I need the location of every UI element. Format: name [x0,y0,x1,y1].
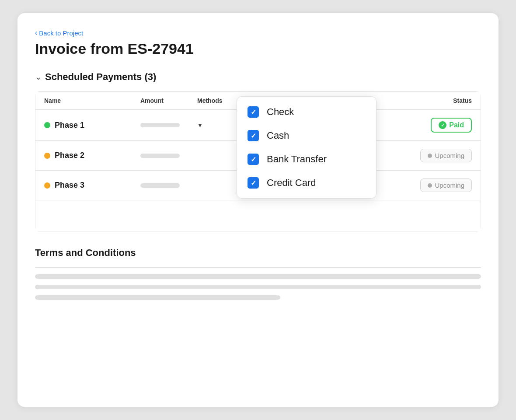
phase-1-label: Phase 1 [55,121,84,130]
phase-3-status: Upcoming [372,178,472,192]
invoice-card: ‹ Back to Project Invoice from ES-27941 … [17,13,499,407]
dropdown-arrow-icon[interactable]: ▼ [197,122,203,129]
upcoming-dot-icon-3 [428,183,432,188]
terms-line-2 [35,285,481,289]
terms-section: Terms and Conditions [35,247,481,300]
credit-card-label: Credit Card [267,177,316,189]
col-status: Status [372,97,472,104]
terms-divider [35,267,481,268]
dropdown-item-cash[interactable]: Cash [237,124,376,147]
phase-2-label: Phase 2 [55,151,84,160]
terms-line-3 [35,295,280,300]
phase-3-label: Phase 3 [55,181,84,190]
phase-2-amount [140,154,197,158]
page-title: Invoice from ES-27941 [35,40,481,57]
cash-checkbox[interactable] [248,130,259,141]
check-label: Check [267,106,294,118]
dropdown-item-credit-card[interactable]: Credit Card [237,171,376,195]
credit-card-checkbox[interactable] [248,177,259,189]
upcoming-badge-3: Upcoming [420,178,472,192]
cash-label: Cash [267,130,289,141]
check-checkbox[interactable] [248,106,259,118]
table-row-empty [35,200,481,231]
upcoming-label-3: Upcoming [435,182,464,189]
dropdown-item-check[interactable]: Check [237,100,376,124]
back-link-label: Back to Project [39,29,83,37]
section-title: Scheduled Payments (3) [45,71,156,83]
phase-3-amount [140,183,197,188]
upcoming-label-2: Upcoming [435,152,464,159]
terms-line-1 [35,274,481,279]
phase-1-cell: Phase 1 [44,121,140,130]
payments-table: Name Amount Methods Terms Due Date Statu… [35,91,481,231]
phase-1-dot [44,122,50,128]
phase-2-dot [44,153,50,159]
methods-dropdown: Check Cash Bank Transfer Credit Card [237,96,377,199]
phase-2-cell: Phase 2 [44,151,140,160]
upcoming-badge-2: Upcoming [420,149,472,162]
phase-3-cell: Phase 3 [44,181,140,190]
phase-1-amount [140,123,197,127]
phase-3-dot [44,182,50,189]
back-chevron-icon: ‹ [35,29,37,37]
upcoming-dot-icon-2 [428,154,432,158]
section-header: ⌄ Scheduled Payments (3) [35,71,481,83]
paid-badge: ✓ Paid [431,118,472,133]
col-name: Name [44,97,140,104]
terms-title: Terms and Conditions [35,247,481,259]
back-link[interactable]: ‹ Back to Project [35,29,481,37]
dropdown-item-bank-transfer[interactable]: Bank Transfer [237,147,376,171]
paid-check-icon: ✓ [439,121,446,129]
col-amount: Amount [140,97,197,104]
paid-label: Paid [449,121,464,129]
bank-transfer-checkbox[interactable] [248,154,259,165]
bank-transfer-label: Bank Transfer [267,154,327,165]
phase-2-status: Upcoming [372,149,472,162]
section-chevron-icon: ⌄ [35,72,42,82]
phase-1-status: ✓ Paid [372,118,472,133]
